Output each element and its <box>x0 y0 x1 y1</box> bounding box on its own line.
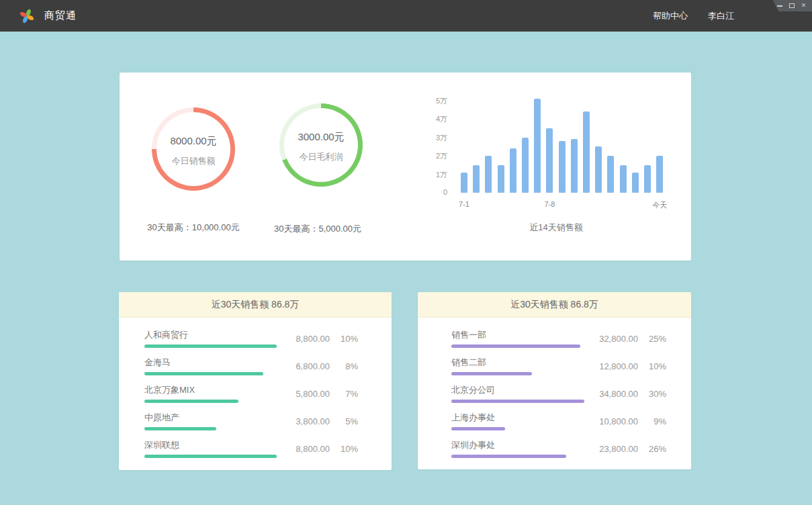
list-item-percent: 5% <box>335 416 358 426</box>
list-item-percent: 8% <box>335 361 358 371</box>
list-item-name: 上海办事处 <box>451 412 588 424</box>
departments-list: 销售一部32,800.0025%销售二部12,800.0010%北京分公司34,… <box>418 318 691 458</box>
chart-bar <box>620 165 627 193</box>
x-axis-tick: 今天 <box>639 200 680 210</box>
list-item: 人和商贸行8,800.0010% <box>119 329 392 348</box>
list-item: 深圳联想8,800.0010% <box>119 439 392 458</box>
list-item-value: 3,800.00 <box>279 416 330 426</box>
chart-bar <box>510 148 516 193</box>
list-item-value: 5,800.00 <box>279 389 330 399</box>
list-item-bar <box>451 455 566 458</box>
list-item: 中原地产3,800.005% <box>119 412 392 430</box>
help-center-link[interactable]: 帮助中心 <box>653 10 688 22</box>
list-item-value: 32,800.00 <box>588 334 638 344</box>
list-item-bar <box>144 345 277 348</box>
list-item-name: 人和商贸行 <box>144 329 279 341</box>
list-item-percent: 25% <box>643 334 666 344</box>
today-summary-card: 8000.00元 今日销售额 30天最高：10,000.00元 3000.00元… <box>120 73 691 261</box>
list-item-value: 23,800.00 <box>588 444 638 454</box>
list-item: 金海马6,800.008% <box>119 357 392 375</box>
list-item-name: 中原地产 <box>144 412 279 424</box>
app-title: 商贸通 <box>44 9 77 22</box>
list-item-name: 北京万象MIX <box>144 384 279 396</box>
username-menu[interactable]: 李白江 <box>708 10 734 22</box>
chart-bar <box>656 156 663 193</box>
list-item-value: 8,800.00 <box>279 444 330 454</box>
today-profit-value: 3000.00元 <box>298 131 344 144</box>
y-axis-tick: 3万 <box>428 133 447 143</box>
y-axis-tick: 4万 <box>428 114 447 124</box>
list-item-percent: 9% <box>643 416 666 426</box>
titlebar-right: 帮助中心 李白江 <box>653 10 734 22</box>
chart-bar <box>595 146 602 193</box>
chart-bar <box>607 156 614 193</box>
list-item-name: 北京分公司 <box>451 384 588 396</box>
list-item-name: 销售二部 <box>451 357 588 369</box>
list-item-main: 北京万象MIX <box>144 384 279 403</box>
chart-bar <box>473 165 480 193</box>
list-item-main: 北京分公司 <box>451 384 588 403</box>
list-item-bar <box>451 372 532 375</box>
list-item-bar <box>144 427 216 430</box>
chart-bar <box>485 156 492 193</box>
x-axis-tick: 7-8 <box>529 200 570 208</box>
list-item-value: 12,800.00 <box>588 361 638 371</box>
list-item-main: 销售二部 <box>451 357 588 375</box>
list-item: 深圳办事处23,800.0026% <box>418 439 691 458</box>
today-sales-donut: 8000.00元 今日销售额 <box>152 107 235 191</box>
maximize-icon[interactable] <box>788 3 795 9</box>
list-item-bar <box>144 455 277 458</box>
list-item-bar <box>144 372 263 375</box>
list-item-percent: 30% <box>643 389 666 399</box>
bar-chart-title: 近14天销售额 <box>428 222 684 234</box>
list-item-percent: 10% <box>643 361 666 371</box>
x-axis-tick: 7-1 <box>444 200 484 208</box>
list-item-main: 销售一部 <box>451 329 588 348</box>
list-item: 销售二部12,800.0010% <box>418 357 691 375</box>
pinwheel-logo-icon <box>19 8 35 24</box>
departments-card-title: 近30天销售额 86.8万 <box>418 292 691 318</box>
window-controls: ✕ <box>770 0 812 11</box>
list-item-percent: 10% <box>335 444 358 454</box>
customers-list: 人和商贸行8,800.0010%金海马6,800.008%北京万象MIX5,80… <box>119 318 392 458</box>
y-axis-tick: 5万 <box>428 96 447 106</box>
chart-bar <box>559 141 566 193</box>
list-item-value: 6,800.00 <box>279 361 330 371</box>
titlebar: 商贸通 帮助中心 李白江 ✕ <box>0 0 812 32</box>
minimize-icon[interactable] <box>776 3 782 9</box>
list-item-value: 10,800.00 <box>588 416 638 426</box>
y-axis-tick: 2万 <box>428 151 447 161</box>
customers-card-title: 近30天销售额 86.8万 <box>119 292 392 318</box>
list-item-percent: 26% <box>643 444 666 454</box>
list-item-main: 中原地产 <box>144 412 279 430</box>
list-item-bar <box>451 345 580 348</box>
chart-bar <box>644 165 651 193</box>
chart-bar <box>546 128 553 193</box>
chart-bar <box>522 138 529 193</box>
close-icon[interactable]: ✕ <box>801 3 807 9</box>
list-item: 北京万象MIX5,800.007% <box>119 384 392 403</box>
list-item-name: 销售一部 <box>451 329 588 341</box>
list-item: 北京分公司34,800.0030% <box>418 384 691 403</box>
list-item-name: 深圳联想 <box>144 439 279 451</box>
list-item: 上海办事处10,800.009% <box>418 412 691 430</box>
y-axis-tick: 0 <box>428 188 447 196</box>
chart-bar <box>571 139 578 193</box>
list-item-main: 深圳办事处 <box>451 439 588 458</box>
list-item: 销售一部32,800.0025% <box>418 329 691 348</box>
y-axis-tick: 1万 <box>428 170 447 180</box>
profit-30day-high: 30天最高：5,000.00元 <box>237 223 398 235</box>
chart-bar <box>583 111 590 193</box>
today-profit-donut-center: 3000.00元 今日毛利润 <box>284 108 358 182</box>
customers-sales-card: 近30天销售额 86.8万 人和商贸行8,800.0010%金海马6,800.0… <box>119 292 392 470</box>
list-item-name: 金海马 <box>144 357 279 369</box>
list-item-main: 深圳联想 <box>144 439 279 458</box>
today-sales-donut-center: 8000.00元 今日销售额 <box>156 112 230 186</box>
today-profit-donut: 3000.00元 今日毛利润 <box>279 103 363 187</box>
chart-bar <box>461 173 467 193</box>
list-item-percent: 7% <box>335 389 358 399</box>
today-sales-label: 今日销售额 <box>172 155 216 167</box>
list-item-percent: 10% <box>335 334 358 344</box>
chart-bar <box>534 99 541 193</box>
list-item-main: 上海办事处 <box>451 412 588 430</box>
